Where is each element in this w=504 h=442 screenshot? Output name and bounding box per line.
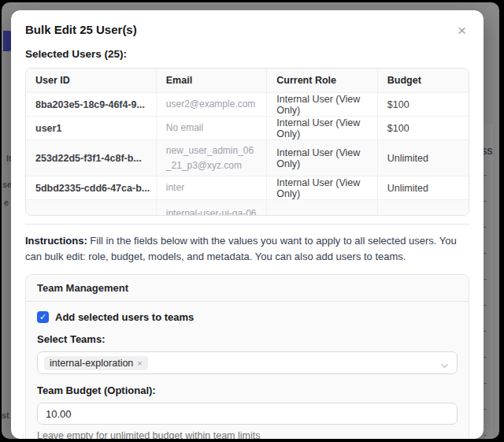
checkbox-checked-icon[interactable]: ✓ [37, 311, 49, 323]
cell-current-role: Internal User (View Only) [267, 176, 378, 200]
cell-email: user2@example.com [157, 93, 268, 117]
cell-budget: Unlimited [378, 176, 469, 200]
background-cell-dash: - [484, 299, 487, 309]
team-tag-label: internal-exploration [50, 358, 133, 369]
background-cell-dash: - [484, 273, 487, 283]
modal-header: Bulk Edit 25 User(s) × [25, 23, 469, 39]
cell-user-id: 253d22d5-f3f1-4c8f-b... [26, 140, 157, 176]
column-header-email: Email [157, 69, 268, 93]
section-divider [25, 224, 469, 225]
background-cell-dash: - [484, 351, 487, 361]
background-cell-dash: - [484, 403, 487, 413]
table-row: 8ba203e5-18c9-46f4-9... user2@example.co… [26, 93, 469, 117]
cell-user-id [26, 200, 157, 216]
background-sidebar-item [3, 31, 11, 51]
team-budget-input[interactable] [37, 403, 458, 425]
cell-email: new_user_admin_06_21_p3@xyz.com [157, 140, 268, 176]
background-cell-dash: - [484, 221, 487, 231]
cell-user-id: user1 [26, 117, 157, 140]
team-management-card: Team Management ✓ Add selected users to … [25, 274, 469, 439]
column-header-user-id: User ID [26, 69, 157, 93]
team-tag: internal-exploration × [44, 356, 148, 370]
chevron-down-icon [440, 359, 449, 373]
background-cell-dash: - [484, 247, 487, 257]
add-users-to-teams-checkbox-row[interactable]: ✓ Add selected users to teams [37, 311, 458, 323]
cell-email: inter [157, 176, 268, 200]
selected-users-label: Selected Users (25): [25, 48, 469, 60]
background-text-fragment: st [2, 410, 9, 420]
background-text-fragment: e [4, 198, 9, 207]
select-teams-label: Select Teams: [37, 333, 458, 345]
background-cell-dash: - [484, 325, 487, 335]
teams-select[interactable]: internal-exploration × [37, 351, 458, 374]
table-row: user1 No email Internal User (View Only)… [26, 117, 469, 140]
cell-current-role: Internal User (View Only) [267, 93, 378, 117]
instructions-body: Fill in the fields below with the values… [25, 235, 457, 262]
cell-current-role: Internal User (View Only) [267, 140, 378, 176]
cell-email: No email [157, 117, 268, 140]
cell-current-role: Internal User (View Only) [267, 117, 378, 140]
table-row: internal-user-ui-qa-06-28- [26, 200, 469, 216]
instructions-label: Instructions: [25, 235, 87, 247]
checkbox-label: Add selected users to teams [55, 311, 194, 323]
background-cell-dash: - [484, 169, 487, 179]
cell-budget: Unlimited [378, 140, 469, 176]
background-cell-dash: - [484, 195, 487, 205]
cell-user-id: 5dbd2335-cdd6-47ca-b... [26, 176, 157, 200]
background-cell-dash: - [484, 429, 487, 439]
bulk-edit-modal: Bulk Edit 25 User(s) × Selected Users (2… [11, 10, 484, 439]
selected-users-table[interactable]: User ID Email Current Role Budget 8ba203… [25, 68, 469, 216]
team-management-body: ✓ Add selected users to teams Select Tea… [26, 302, 469, 439]
table-header-row: User ID Email Current Role Budget [26, 69, 469, 93]
cell-budget [378, 200, 469, 216]
cell-email: internal-user-ui-qa-06-28- [157, 200, 268, 216]
modal-title: Bulk Edit 25 User(s) [25, 23, 137, 36]
cell-budget: $100 [378, 117, 469, 140]
budget-help-text: Leave empty for unlimited budget within … [37, 430, 458, 439]
cell-budget: $100 [378, 93, 469, 117]
table-row: 5dbd2335-cdd6-47ca-b... inter Internal U… [26, 176, 469, 200]
table-row: 253d22d5-f3f1-4c8f-b... new_user_admin_0… [26, 140, 469, 176]
team-management-title: Team Management [26, 275, 469, 302]
instructions-text: Instructions: Fill in the fields below w… [25, 233, 469, 264]
cell-user-id: 8ba203e5-18c9-46f4-9... [26, 93, 157, 117]
tag-remove-icon[interactable]: × [137, 358, 142, 368]
background-cell-dash: - [484, 377, 487, 387]
cell-current-role [267, 200, 378, 216]
column-header-budget: Budget [378, 69, 469, 93]
team-budget-label: Team Budget (Optional): [37, 384, 458, 396]
close-icon[interactable]: × [454, 21, 469, 39]
column-header-current-role: Current Role [267, 69, 378, 93]
